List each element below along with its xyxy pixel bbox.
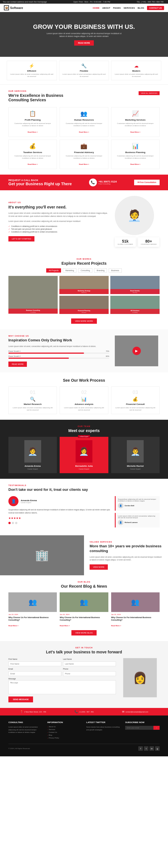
blog-read-0[interactable]: Read More >: [8, 625, 19, 626]
nav-pages[interactable]: Pages: [113, 7, 121, 9]
social-linkedin[interactable]: in: [149, 746, 154, 751]
dot-1[interactable]: [12, 522, 14, 524]
footer-subscribe-form: →: [125, 726, 160, 730]
nav-about[interactable]: About: [102, 7, 110, 9]
email-label: Email: [8, 668, 61, 670]
subscribe-btn[interactable]: →: [153, 726, 160, 730]
nav-blog[interactable]: Blog: [138, 7, 144, 9]
phone-icon-bar: 📞: [75, 710, 78, 713]
message-textarea[interactable]: [8, 680, 116, 694]
valued-section: 🏢 VALUED SERVICES More than 10+ years we…: [0, 535, 168, 575]
play-button[interactable]: ▶: [133, 347, 141, 355]
email-input[interactable]: [8, 671, 61, 676]
why-content: WHY CHOOSE US Inspiration Comes Only Dur…: [8, 335, 109, 367]
info-address: 📍 2 New Main Street, 123 - 456: [20, 710, 46, 713]
contact-submit-btn[interactable]: SEND MESSAGE: [8, 696, 33, 702]
info-bar: 📍 2 New Main Street, 123 - 456 📞 +1 (234…: [0, 708, 168, 715]
services-label: OUR SERVICES: [8, 90, 63, 92]
blog-post-1: 👥 Jan 20, 2024 Why Choose Us For Interna…: [60, 592, 108, 627]
tab-business[interactable]: Business: [109, 268, 121, 273]
blog-view-more-btn[interactable]: VIEW MORE BLOG: [72, 630, 96, 636]
service-card-3: 💰 Taxation Services Customize adipiscing…: [8, 140, 57, 169]
subscribe-email-input[interactable]: [125, 726, 153, 730]
nav-home[interactable]: Home: [93, 7, 100, 9]
contact-section: GET IN TOUCH Let's talk your business to…: [0, 641, 168, 708]
projects-view-more[interactable]: VIEW MORE WORK: [71, 318, 97, 324]
about-checks: Conditions in obtaining profit but in ce…: [8, 225, 109, 233]
service-link-3[interactable]: Read More >: [28, 163, 38, 165]
social-facebook[interactable]: f: [138, 746, 143, 751]
location-icon: 📍: [20, 710, 23, 713]
nav-services[interactable]: Services: [123, 7, 135, 9]
service-icon-5: 📊: [114, 143, 157, 149]
project-tabs: All Projects Marketing Consulting Brandi…: [8, 268, 160, 273]
tab-consulting[interactable]: Consulting: [78, 268, 92, 273]
footer-link-2[interactable]: Contact Us: [47, 732, 82, 733]
why-read-more-btn[interactable]: READ MORE: [8, 362, 27, 367]
blog-read-1[interactable]: Read More >: [60, 625, 70, 626]
hero-title: GROW YOUR BUSINESS WITH US.: [33, 23, 135, 31]
cta-banner: REQUEST A CALL BACK Get your Business Ri…: [0, 175, 168, 190]
valued-desc: Lorem ipsum dolor sit amet, consectetur …: [90, 556, 162, 562]
service-link-5[interactable]: Read More >: [130, 163, 140, 165]
about-cta-btn[interactable]: LET'S GET STARTED: [8, 236, 34, 242]
valued-image: 🏢: [0, 535, 84, 575]
services-title-red: We're Excellence in Business: [8, 93, 63, 98]
service-link-4[interactable]: Read More >: [79, 163, 89, 165]
valued-label: VALUED SERVICES: [90, 541, 162, 543]
lastname-input[interactable]: [63, 661, 116, 666]
cta-top-label: REQUEST A CALL BACK: [8, 179, 72, 182]
progress-label-1: Power Growth 2: [8, 355, 21, 357]
projects-grid: Business ConsultingConsulting Marketing …: [8, 276, 160, 314]
service-title-0: Profit Planning: [11, 119, 54, 121]
social-icons: f t in g: [138, 746, 160, 751]
firstname-input[interactable]: [8, 661, 61, 666]
tab-marketing[interactable]: Marketing: [63, 268, 77, 273]
feature-flexible: 🔧 Flexible Lorem ipsum dolor sit amet co…: [59, 61, 109, 80]
why-section: WHY CHOOSE US Inspiration Comes Only Dur…: [0, 329, 168, 372]
why-image-block: ▶: [115, 336, 160, 366]
project-item-1: Marketing StrategyMarketing: [59, 276, 109, 294]
stat-countries-num: 80+: [141, 239, 157, 243]
footer-link-1[interactable]: Services: [47, 728, 82, 730]
footer-link-3[interactable]: Blog: [47, 734, 82, 736]
footer-col-title-2: Latest Twitter: [86, 721, 121, 723]
footer-link-4[interactable]: Privacy Policy: [47, 737, 82, 739]
service-icon-3: 💰: [11, 143, 54, 149]
service-icon-1: 👥: [63, 110, 105, 117]
flexible-icon: 🔧: [62, 63, 106, 68]
team-member-1: ★ Best Expert 👩‍💼 Bernadette Julia Caree…: [60, 437, 108, 473]
top-bar: You can contact address and reach the Ho…: [0, 0, 168, 4]
step-desc-2: Lorem ipsum dolor sit amet consectetur a…: [114, 407, 157, 411]
social-twitter[interactable]: t: [144, 746, 148, 751]
service-link-1[interactable]: Read More >: [79, 131, 89, 133]
blog-read-2[interactable]: Read More >: [111, 625, 121, 626]
tab-all-projects[interactable]: All Projects: [46, 268, 61, 273]
service-title-5: Business Planning: [114, 151, 157, 154]
service-card-4: 💼 Financial Advisory Customize adipiscin…: [60, 140, 108, 169]
footer-link-0[interactable]: About Us: [47, 726, 82, 727]
valued-view-more-btn[interactable]: VIEW MORE: [90, 564, 108, 570]
testimonial-nav-dots: [8, 522, 110, 524]
info-email-text: contact@example@gmail.com: [125, 711, 148, 713]
service-link-2[interactable]: Read More >: [130, 131, 140, 133]
about-content: ABOUT US It's everything you'll ever nee…: [8, 202, 109, 241]
team-grid: 🧑‍💼 Amanda Emma Career Expert ★ Best Exp…: [8, 437, 160, 473]
dot-2[interactable]: [15, 522, 17, 524]
team-badge-1: ★ Best Expert: [78, 435, 90, 438]
phone-input[interactable]: [63, 671, 116, 676]
social-google[interactable]: g: [155, 746, 160, 751]
service-desc-3: Customize adipiscing elit sed do eiusmod…: [11, 155, 54, 159]
info-address-text: 2 New Main Street, 123 - 456: [24, 711, 46, 713]
cta-consultation-btn[interactable]: ✉ Free Consultation: [134, 180, 160, 185]
testimonial-secondary-author-1: 👤 Richard Lawson: [118, 520, 157, 525]
tab-branding[interactable]: Branding: [94, 268, 107, 273]
nav-contact[interactable]: Contact Us: [147, 6, 164, 10]
dot-0[interactable]: [8, 522, 11, 524]
services-heading: OUR SERVICES We're Excellence in Busines…: [8, 90, 63, 103]
blog-post-2: 👥 Jan 20, 2024 Why Choose Us For Interna…: [111, 592, 160, 627]
testimonial-secondary-avatar-0: 👤: [118, 503, 123, 508]
service-link-0[interactable]: Read More >: [28, 131, 38, 133]
services-view-all[interactable]: VIEW ALL SERVICES: [139, 91, 160, 95]
hero-btn[interactable]: READ MORE: [74, 40, 94, 45]
